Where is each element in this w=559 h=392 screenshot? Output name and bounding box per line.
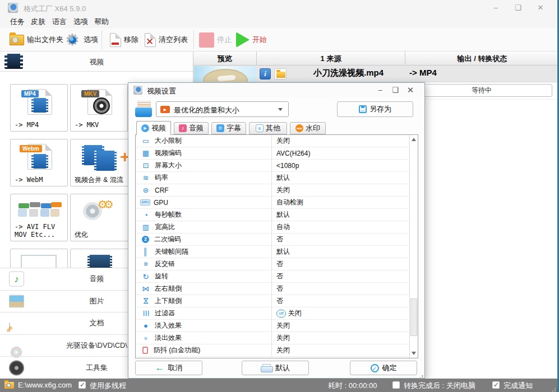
setting-value-cell[interactable]: 自动 [272,221,410,234]
setting-value-cell[interactable]: off关闭 [272,307,410,320]
setting-row[interactable]: ☰过滤器off关闭 [136,307,410,320]
setting-row[interactable]: ↻旋转否 [136,270,410,283]
video-category-header[interactable]: 视频 [0,52,193,72]
menu-options[interactable]: 选项 [73,17,88,27]
menu-task[interactable]: 任务 [10,17,25,27]
toolbar-separator [193,30,194,49]
setting-label-cell: ▥宽高比 [136,221,272,234]
card-to-avi-flv-mov[interactable]: -> AVI FLV MOV Etc... [10,194,68,241]
setting-row[interactable]: ⋈上下颠倒否 [136,295,410,307]
shutdown-after-checkbox[interactable] [392,381,400,389]
close-button[interactable]: ✕ [533,2,548,13]
resize-grip [555,388,556,389]
setting-row[interactable]: ≡反交错否 [136,258,410,270]
scroll-up-icon[interactable] [412,138,416,141]
setting-value-cell[interactable]: 否 [272,258,410,270]
options-button[interactable]: ⚙ 选项 [64,28,98,52]
setting-row[interactable]: ║关键帧间隔默认 [136,246,410,258]
save-as-button[interactable]: 另存为 [337,101,413,117]
card-video-merge-mux[interactable]: + 视频合并 & 混流 [70,139,130,186]
cancel-button[interactable]: ← 取消 [135,361,202,375]
dialog-close-button[interactable]: ✕ [404,85,417,96]
open-folder-button[interactable] [274,68,287,80]
tab-subtitle[interactable]: 字幕 [211,122,246,134]
video-thumbnail [194,66,256,82]
menu-skin[interactable]: 皮肤 [31,17,45,27]
setting-value-cell[interactable]: 默认 [272,209,410,221]
output-folder-button[interactable]: 输出文件夹 [10,28,63,52]
resize-grip[interactable] [422,375,423,377]
scrollbar[interactable] [409,135,418,358]
setting-name: 二次编码 [154,235,181,244]
info-button[interactable]: i [260,68,271,80]
card-to-mp4[interactable]: MP4 -> MP4 [10,84,68,132]
setting-name: 大小限制 [155,136,182,146]
tab-label: 水印 [306,123,320,133]
col-preview[interactable]: 预览 [193,52,257,66]
setting-value: 关闭 [276,185,290,195]
card-to-webm[interactable]: Webm -> WebM [10,139,68,186]
setting-row[interactable]: ●淡入效果关闭 [136,320,410,332]
setting-value-cell[interactable]: 否 [272,295,410,307]
menu-language[interactable]: 语言 [52,17,67,27]
clear-list-button[interactable]: 清空列表 [145,28,188,52]
setting-value-cell[interactable]: 关闭 [272,184,410,197]
setting-row[interactable]: 防抖 (白金功能)关闭 [136,344,410,357]
setting-row[interactable]: ⊛CRF关闭 [136,184,410,197]
minimize-button[interactable]: – [488,2,503,13]
tab-video[interactable]: 视频 [136,121,171,135]
setting-row[interactable]: ▭大小限制关闭 [136,135,410,147]
stop-button[interactable]: 停止 [199,28,232,52]
tab-other[interactable]: 其他 [249,122,287,134]
remove-button[interactable]: 移除 [110,28,138,52]
setting-row[interactable]: ▦视频编码AVC(H264) [136,147,410,160]
tab-audio[interactable]: 音频 [174,122,209,134]
dialog-maximize-button[interactable]: ❑ [389,85,401,96]
setting-value-cell[interactable]: 否 [272,234,410,246]
setting-value-cell[interactable]: 关闭 [272,332,410,344]
setting-name: 上下颠倒 [155,296,182,306]
col-output-status[interactable]: 输出 / 转换状态 [405,52,559,66]
setting-value-cell[interactable]: 关闭 [272,135,410,147]
setting-row[interactable]: ⊡屏幕大小<1080p [136,160,410,172]
card-partial-1[interactable] [10,249,68,268]
notify-checkbox[interactable] [492,381,500,389]
setting-value-cell[interactable]: 默认 [272,172,410,184]
setting-value-cell[interactable]: 关闭 [272,344,410,357]
setting-row[interactable]: GPUGPU自动检测 [136,197,410,209]
col-source[interactable]: 1 来源 [257,52,405,66]
setting-label-cell: ▦视频编码 [136,147,272,160]
scrollbar-thumb[interactable] [410,298,417,336]
setting-row[interactable]: ≋码率默认 [136,172,410,184]
setting-value-cell[interactable]: 关闭 [272,320,410,332]
setting-value-cell[interactable]: 默认 [272,246,410,258]
setting-value-cell[interactable]: <1080p [272,160,410,172]
multithread-checkbox[interactable] [78,381,86,389]
setting-value-cell[interactable]: 自动检测 [272,197,410,209]
dialog-minimize-button[interactable]: – [374,85,386,96]
maximize-button[interactable]: ❑ [510,2,526,13]
tab-watermark[interactable]: 水印 [290,122,326,134]
preset-dropdown[interactable]: ▶ 最优化的质量和大小 [156,101,289,117]
start-button[interactable]: 开始 [236,28,267,52]
toolbar: 输出文件夹 ⚙ 选项 移除 清空列表 停止 开始 [0,28,557,52]
setting-value-cell[interactable]: 否 [272,270,410,283]
card-to-mkv[interactable]: MKV -> MKV [70,84,128,132]
card-optimize[interactable]: ⚙⚙ 优化 [70,194,130,241]
film-icon [31,154,48,169]
setting-value-cell[interactable]: 否 [272,283,410,295]
menu-help[interactable]: 帮助 [94,17,109,27]
setting-value-cell[interactable]: AVC(H264) [272,147,410,160]
default-button[interactable]: 默认 [242,361,309,375]
setting-row[interactable]: ●淡出效果关闭 [136,332,410,344]
setting-row[interactable]: 2二次编码否 [136,234,410,246]
setting-row[interactable]: ◔每秒帧数默认 [136,209,410,221]
output-path[interactable]: E:\www.x6g.com [18,381,72,389]
setting-row[interactable]: ⋈左右颠倒否 [136,283,410,295]
ok-label: 确定 [382,363,397,373]
ok-button[interactable]: ✓ 确定 [350,361,417,375]
queue-row[interactable]: i 小刀洗澡视频.mp4 -> MP4 [193,66,559,82]
scroll-down-icon[interactable] [412,352,416,355]
card-partial-2[interactable] [70,249,130,268]
setting-row[interactable]: ▥宽高比自动 [136,221,410,234]
